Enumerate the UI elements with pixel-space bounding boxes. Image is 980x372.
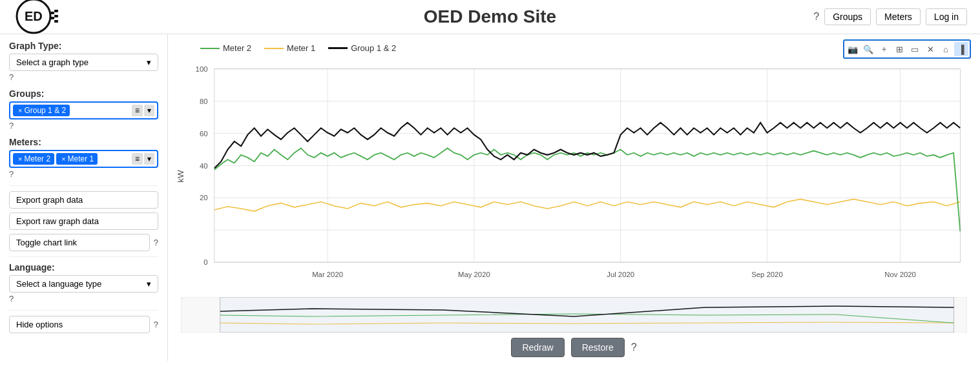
meters-dropdown-icon[interactable]: ▾ [144,153,154,165]
meters-label: Meters: [9,137,158,147]
svg-text:Sep 2020: Sep 2020 [751,271,783,278]
graph-type-dropdown[interactable]: Select a graph type ▾ [9,54,158,71]
meters-section: Meters: × Meter 2 × Meter 1 ≡ ▾ ? [9,137,158,179]
svg-text:40: 40 [200,162,208,170]
legend-line-meter1 [264,48,284,49]
svg-text:May 2020: May 2020 [458,271,490,278]
meters-help-icon[interactable]: ? [9,169,158,179]
group-tag-1-remove-icon[interactable]: × [18,107,22,114]
svg-rect-5 [54,15,58,17]
redraw-button[interactable]: Redraw [511,338,564,357]
legend-label-group: Group 1 & 2 [351,43,396,53]
meter-tag-1: × Meter 2 [13,153,54,165]
toolbar-square-icon[interactable]: ▭ [908,42,922,56]
svg-rect-7 [174,56,974,297]
export-graph-row: Export graph data [9,191,158,209]
meter-tag-2-remove-icon[interactable]: × [61,155,65,163]
hide-options-row: Hide options ? [9,316,158,333]
language-label: Language: [9,262,158,273]
legend-line-group [328,47,348,49]
svg-text:60: 60 [200,130,208,138]
svg-text:100: 100 [196,65,208,73]
groups-section: Groups: × Group 1 & 2 ≡ ▾ ? [9,88,158,130]
legend-item-meter1: Meter 1 [264,43,315,53]
meter-tag-2: × Meter 1 [56,153,98,165]
groups-label: Groups: [9,88,158,99]
toggle-chart-button[interactable]: Toggle chart link [9,234,150,251]
toolbar-x-icon[interactable]: ✕ [923,42,937,56]
svg-text:kW: kW [176,170,185,183]
header-help-icon[interactable]: ? [813,11,819,23]
meters-multiselect-controls: ≡ ▾ [132,153,154,165]
groups-multiselect[interactable]: × Group 1 & 2 ≡ ▾ [9,101,158,119]
meter-tag-1-remove-icon[interactable]: × [18,155,22,163]
toggle-chart-help-icon[interactable]: ? [154,238,158,247]
graph-type-help-icon[interactable]: ? [9,72,158,82]
group-tag-1: × Group 1 & 2 [13,105,70,116]
divider-2 [9,256,158,257]
svg-rect-4 [54,10,58,12]
header: ED OED Demo Site ? Groups Meters Log in [0,0,980,34]
svg-text:Nov 2020: Nov 2020 [884,271,916,278]
chart-bottom-controls: Redraw Restore ? [174,333,974,361]
meter-tag-1-label: Meter 2 [24,154,50,163]
main-chart[interactable]: 100 80 60 40 20 0 kW Mar 2020 May 2020 J… [174,56,974,297]
export-graph-button[interactable]: Export graph data [9,191,158,209]
groups-scroll-icon[interactable]: ≡ [132,105,143,116]
export-raw-button[interactable]: Export raw graph data [9,212,158,230]
language-help-icon[interactable]: ? [9,294,158,304]
graph-type-label: Graph Type: [9,41,158,51]
toolbar-camera-icon[interactable]: 📷 [846,42,860,56]
divider-3 [9,310,158,311]
meters-multiselect[interactable]: × Meter 2 × Meter 1 ≡ ▾ [9,150,158,168]
legend-label-meter1: Meter 1 [287,43,315,53]
groups-button[interactable]: Groups [824,8,871,25]
graph-type-caret-icon: ▾ [147,57,151,67]
hide-options-button[interactable]: Hide options [9,316,150,333]
legend-line-meter2 [200,48,220,49]
language-caret-icon: ▾ [147,279,151,289]
toolbar-home-icon[interactable]: ⌂ [939,42,953,56]
toolbar-grid-icon[interactable]: ⊞ [892,42,906,56]
logo: ED [13,0,58,37]
group-tag-1-label: Group 1 & 2 [24,106,66,115]
svg-text:Jul 2020: Jul 2020 [607,271,634,278]
toggle-chart-row: Toggle chart link ? [9,234,158,251]
chart-area: 📷 🔍 ＋ ⊞ ▭ ✕ ⌂ ▐ Meter 2 Meter 1 Group 1 … [168,34,980,361]
toolbar-zoom-icon[interactable]: 🔍 [861,42,875,56]
svg-text:80: 80 [200,98,208,105]
svg-rect-3 [50,17,54,19]
bottom-help-icon[interactable]: ? [631,342,637,353]
header-navigation: ? Groups Meters Log in [813,8,967,25]
page-title: OED Demo Site [424,6,556,27]
svg-text:ED: ED [25,9,43,23]
groups-help-icon[interactable]: ? [9,121,158,130]
hide-options-help-icon[interactable]: ? [154,320,158,329]
language-section: Language: Select a language type ▾ ? [9,262,158,304]
sidebar: Graph Type: Select a graph type ▾ ? Grou… [0,34,168,361]
meters-scroll-icon[interactable]: ≡ [132,153,143,165]
legend-label-meter2: Meter 2 [223,43,251,53]
graph-type-placeholder: Select a graph type [16,57,89,67]
groups-dropdown-icon[interactable]: ▾ [144,105,154,116]
svg-text:0: 0 [203,258,207,266]
restore-button[interactable]: Restore [571,338,625,357]
toolbar-plus-icon[interactable]: ＋ [877,42,891,56]
divider-1 [9,185,158,186]
legend-item-meter2: Meter 2 [200,43,251,53]
main-layout: Graph Type: Select a graph type ▾ ? Grou… [0,34,980,361]
language-dropdown[interactable]: Select a language type ▾ [9,275,158,293]
legend-item-group: Group 1 & 2 [328,43,396,53]
meter-tag-2-label: Meter 1 [68,154,94,163]
toolbar-bar-icon[interactable]: ▐ [954,42,968,56]
export-raw-row: Export raw graph data [9,212,158,230]
svg-rect-6 [54,20,58,23]
groups-multiselect-controls: ≡ ▾ [132,105,154,116]
language-placeholder: Select a language type [16,279,101,289]
meters-button[interactable]: Meters [876,8,921,25]
svg-rect-2 [50,12,54,14]
login-button[interactable]: Log in [926,8,967,25]
mini-chart[interactable] [181,297,967,333]
chart-toolbar: 📷 🔍 ＋ ⊞ ▭ ✕ ⌂ ▐ [843,39,971,59]
svg-text:20: 20 [200,194,208,202]
